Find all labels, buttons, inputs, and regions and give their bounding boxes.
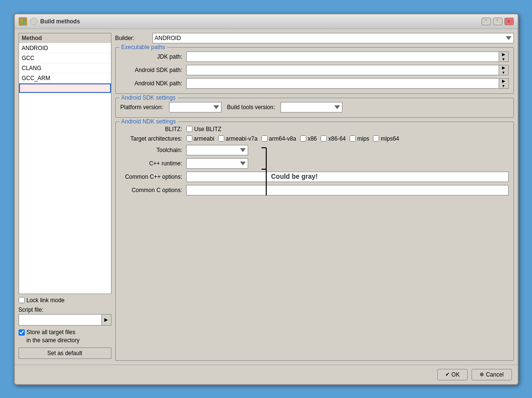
ok-button[interactable]: ✔ OK — [437, 369, 468, 380]
arch-armeabi-v7a: armeabi-v7a — [218, 135, 258, 142]
cancel-label: Cancel — [486, 371, 503, 378]
jdk-input-row: ▶ ▼ — [186, 51, 509, 62]
method-item-gcc[interactable]: GCC — [19, 53, 111, 63]
executable-paths-legend: Executable paths — [120, 44, 167, 51]
store-files-row: Store all target filesin the same direct… — [19, 328, 111, 345]
ndk-path-input[interactable] — [187, 79, 499, 88]
title-bar-controls: ˅ ˄ × — [482, 18, 514, 25]
blitz-label: BLITZ: — [120, 126, 182, 133]
sdk-input-row: ▶ ▼ — [186, 65, 509, 75]
android-sdk-section: Android SDK settings Platform version: B… — [115, 98, 514, 118]
blitz-row: BLITZ: Use BLITZ — [120, 126, 509, 133]
cancel-button[interactable]: ⊗ Cancel — [472, 369, 512, 380]
arch-x86-64-checkbox[interactable] — [321, 135, 327, 142]
ok-icon: ✔ — [445, 371, 450, 378]
method-item-gcc-arm[interactable]: GCC_ARM — [19, 73, 111, 83]
sdk-settings-row: Platform version: Build tools version: — [120, 102, 509, 112]
left-panel: Method ANDROID GCC CLANG GCC_ARM — [19, 33, 111, 361]
arch-mips-label: mips — [357, 135, 369, 142]
script-file-label: Script file: — [19, 306, 111, 313]
script-browse-button[interactable]: ▶ — [101, 315, 111, 325]
store-files-checkbox[interactable] — [19, 329, 25, 336]
arch-armeabi: armeabi — [186, 135, 214, 142]
ok-label: OK — [452, 371, 460, 378]
title-bar: Build methods ˅ ˄ × — [15, 14, 518, 29]
executable-paths-section: Executable paths JDK path: ▶ ▼ Android S… — [115, 47, 514, 94]
collapse-button[interactable]: ˅ — [482, 18, 491, 25]
arch-x86-checkbox[interactable] — [300, 135, 306, 142]
arch-mips64-checkbox[interactable] — [373, 135, 379, 142]
window-icon — [19, 17, 27, 26]
arch-armeabi-v7a-label: armeabi-v7a — [226, 135, 258, 142]
use-blitz-checkbox[interactable] — [186, 126, 192, 132]
arch-armeabi-label: armeabi — [194, 135, 214, 142]
arch-armeabi-checkbox[interactable] — [186, 135, 192, 142]
target-arch-row: Target architectures: armeabi armeabi-v7… — [120, 135, 509, 142]
jdk-path-input[interactable] — [187, 52, 499, 61]
builder-label: Builder: — [115, 35, 149, 41]
arch-x86: x86 — [300, 135, 317, 142]
script-file-input[interactable] — [19, 316, 101, 324]
sdk-browse-button[interactable]: ▶ ▼ — [499, 65, 508, 75]
sdk-path-label: Android SDK path: — [120, 67, 182, 73]
arch-x86-64-label: x86-64 — [328, 135, 346, 142]
window-body: Method ANDROID GCC CLANG GCC_ARM — [15, 29, 518, 365]
title-bar-left: Build methods — [19, 17, 80, 26]
cpp-runtime-label: C++ runtime: — [120, 160, 182, 167]
build-tools-select[interactable] — [281, 102, 342, 112]
sdk-path-input[interactable] — [187, 66, 499, 74]
cpp-runtime-select[interactable] — [186, 158, 248, 169]
arch-x86-label: x86 — [308, 135, 317, 142]
arch-mips: mips — [350, 135, 369, 142]
annotation-arrows: Could be gray! — [261, 143, 385, 200]
store-files-label: Store all target filesin the same direct… — [27, 328, 80, 345]
jdk-browse-button[interactable]: ▶ ▼ — [499, 52, 508, 61]
arch-checkboxes: armeabi armeabi-v7a arm64-v8a x86 — [186, 135, 400, 142]
arch-arm64-v8a-label: arm64-v8a — [269, 135, 296, 142]
use-blitz-label: Use BLITZ — [194, 126, 221, 133]
arch-armeabi-v7a-checkbox[interactable] — [218, 135, 224, 142]
svg-rect-1 — [21, 20, 23, 21]
toolchain-label: Toolchain: — [120, 147, 182, 153]
method-item-new[interactable] — [19, 83, 111, 93]
method-item-clang[interactable]: CLANG — [19, 63, 111, 73]
jdk-path-row: JDK path: ▶ ▼ — [120, 51, 509, 62]
set-default-button[interactable]: Set as default — [19, 347, 111, 359]
lock-link-mode-label: Lock link mode — [27, 297, 65, 304]
cancel-icon: ⊗ — [480, 371, 484, 378]
expand-button[interactable]: ˄ — [493, 18, 502, 25]
ndk-input-row: ▶ ▼ — [186, 78, 509, 89]
arch-mips-checkbox[interactable] — [350, 135, 356, 142]
method-item-android[interactable]: ANDROID — [19, 43, 111, 53]
annotation-text: Could be gray! — [271, 173, 318, 180]
common-cpp-label: Common C++ options: — [120, 173, 182, 180]
platform-version-select[interactable] — [169, 102, 221, 112]
svg-rect-3 — [21, 22, 25, 23]
method-list-header: Method — [19, 33, 111, 43]
bottom-bar: ✔ OK ⊗ Cancel — [15, 365, 518, 384]
script-file-section: Script file: ▶ — [19, 306, 111, 326]
ndk-path-row: Android NDK path: ▶ ▼ — [120, 78, 509, 89]
common-c-label: Common C options: — [120, 187, 182, 194]
arch-arm64-v8a-checkbox[interactable] — [261, 135, 268, 142]
toolchain-row: Toolchain: Could be — [120, 145, 509, 155]
method-name-input[interactable] — [21, 85, 109, 92]
android-sdk-legend: Android SDK settings — [120, 94, 178, 101]
platform-version-label: Platform version: — [120, 104, 163, 111]
script-file-input-row: ▶ — [19, 314, 111, 326]
builder-select[interactable]: ANDROID GCC CLANG GCC_ARM — [152, 33, 514, 43]
close-button[interactable]: × — [504, 18, 514, 25]
lock-link-mode-row: Lock link mode — [19, 297, 111, 304]
lock-link-mode-checkbox[interactable] — [19, 297, 25, 303]
android-ndk-legend: Android NDK settings — [120, 118, 178, 125]
toolchain-select[interactable] — [186, 145, 248, 155]
svg-rect-2 — [23, 20, 25, 21]
window-title: Build methods — [40, 18, 80, 25]
build-tools-label: Build tools version: — [227, 104, 275, 111]
method-list: Method ANDROID GCC CLANG GCC_ARM — [19, 33, 111, 294]
android-ndk-section: Android NDK settings BLITZ: Use BLITZ Ta… — [115, 122, 514, 361]
builder-row: Builder: ANDROID GCC CLANG GCC_ARM — [115, 33, 514, 43]
ndk-path-label: Android NDK path: — [120, 80, 182, 87]
ndk-browse-button[interactable]: ▶ ▼ — [499, 79, 508, 88]
build-methods-window: Build methods ˅ ˄ × Method ANDROID GCC — [14, 13, 519, 385]
